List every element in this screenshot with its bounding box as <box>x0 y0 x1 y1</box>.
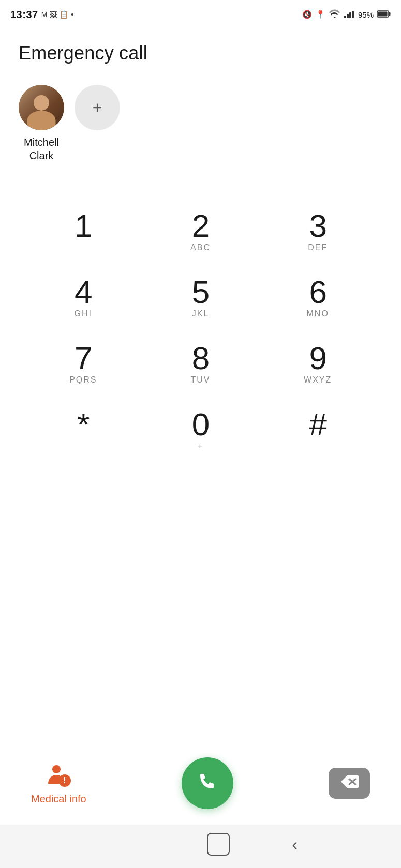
header: Emergency call <box>0 27 401 74</box>
key-number-9: 9 <box>309 342 326 374</box>
call-button[interactable] <box>182 757 233 809</box>
key-number-8: 8 <box>192 342 209 374</box>
battery-percent: 95% <box>358 10 374 19</box>
key-letters-2: ABC <box>190 243 211 253</box>
dial-key-8[interactable]: 8 TUV <box>142 331 259 397</box>
contact-name: MitchellClark <box>24 135 59 162</box>
backspace-button[interactable] <box>329 768 370 799</box>
medical-info-label: Medical info <box>31 793 86 805</box>
page-title: Emergency call <box>19 42 382 64</box>
gmail-icon: M <box>41 10 48 19</box>
avatar <box>19 85 64 130</box>
key-number-3: 3 <box>309 210 326 242</box>
battery-icon <box>377 10 391 19</box>
key-number-5: 5 <box>192 276 209 308</box>
svg-rect-6 <box>378 11 388 16</box>
photos-icon: 🖼 <box>50 10 57 19</box>
screen: 13:37 M 🖼 📋 • 🔇 📍 <box>0 0 401 868</box>
key-letters-8: TUV <box>190 375 210 386</box>
status-time: 13:37 <box>10 9 38 21</box>
wifi-icon <box>329 9 340 20</box>
status-bar: 13:37 M 🖼 📋 • 🔇 📍 <box>0 0 401 27</box>
contact-item[interactable]: MitchellClark <box>19 85 64 162</box>
dialpad: 1 2 ABC 3 DEF 4 GHI 5 JKL <box>0 178 401 747</box>
svg-rect-3 <box>352 11 354 18</box>
svg-point-7 <box>52 765 61 773</box>
plus-icon: + <box>93 99 102 116</box>
dial-key-2[interactable]: 2 ABC <box>142 199 259 265</box>
dial-key-4[interactable]: 4 GHI <box>25 265 142 331</box>
home-button[interactable] <box>207 833 230 856</box>
phone-icon <box>196 770 219 797</box>
dialpad-grid: 1 2 ABC 3 DEF 4 GHI 5 JKL <box>25 199 377 463</box>
svg-rect-2 <box>349 12 351 18</box>
dial-key-hash[interactable]: # <box>259 397 377 463</box>
status-icons: M 🖼 📋 • <box>41 10 74 19</box>
key-number-1: 1 <box>75 210 92 242</box>
dial-key-0[interactable]: 0 + <box>142 397 259 463</box>
add-contact-item[interactable]: + <box>75 85 120 130</box>
recent-contacts: MitchellClark + <box>0 74 401 178</box>
key-letters-3: DEF <box>308 243 328 253</box>
key-number-star: * <box>77 408 89 440</box>
signal-icon <box>344 10 354 20</box>
key-letters-5: JKL <box>192 309 210 319</box>
dial-key-5[interactable]: 5 JKL <box>142 265 259 331</box>
key-number-2: 2 <box>192 210 209 242</box>
bottom-bar: ! Medical info <box>0 747 401 825</box>
svg-rect-5 <box>389 12 391 16</box>
key-letters-9: WXYZ <box>304 375 332 386</box>
svg-text:!: ! <box>64 776 66 785</box>
key-number-6: 6 <box>309 276 326 308</box>
key-letters-0: + <box>198 441 203 452</box>
key-number-4: 4 <box>75 276 92 308</box>
key-letters-6: MNO <box>307 309 329 319</box>
avatar-image <box>19 85 64 130</box>
dial-key-3[interactable]: 3 DEF <box>259 199 377 265</box>
status-right: 🔇 📍 95% <box>302 9 391 20</box>
dial-key-6[interactable]: 6 MNO <box>259 265 377 331</box>
dot-icon: • <box>71 10 73 19</box>
medical-info-button[interactable]: ! Medical info <box>31 762 86 805</box>
clipboard-icon: 📋 <box>60 10 68 19</box>
key-number-hash: # <box>309 408 326 440</box>
mute-icon: 🔇 <box>302 10 312 19</box>
dial-key-star[interactable]: * <box>25 397 142 463</box>
svg-rect-1 <box>347 14 349 18</box>
dial-key-9[interactable]: 9 WXYZ <box>259 331 377 397</box>
key-number-0: 0 <box>192 408 209 440</box>
key-letters-7: PQRS <box>69 375 97 386</box>
dial-key-1[interactable]: 1 <box>25 199 142 265</box>
medical-icon: ! <box>45 762 72 789</box>
nav-bar: ‹ <box>0 825 401 868</box>
back-button[interactable]: ‹ <box>292 836 298 852</box>
key-number-7: 7 <box>75 342 92 374</box>
dial-key-7[interactable]: 7 PQRS <box>25 331 142 397</box>
add-contact-button[interactable]: + <box>75 85 120 130</box>
key-letters-4: GHI <box>75 309 92 319</box>
main-content: Emergency call MitchellClark + 1 <box>0 27 401 825</box>
status-left: 13:37 M 🖼 📋 • <box>10 9 73 21</box>
location-icon: 📍 <box>316 10 325 19</box>
backspace-icon <box>340 774 359 792</box>
svg-rect-0 <box>344 16 346 18</box>
